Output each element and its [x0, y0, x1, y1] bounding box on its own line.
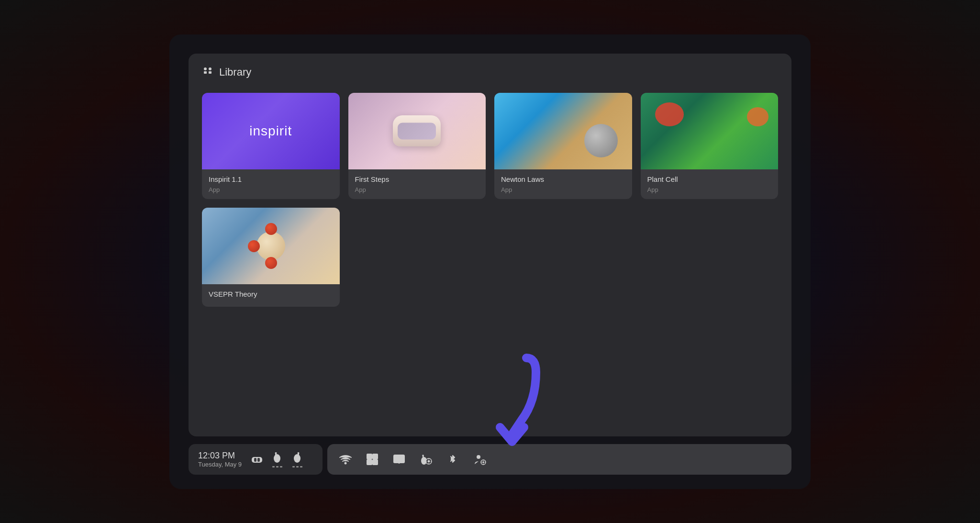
app-card-inspirit[interactable]: inspirit Inspirit 1.1 App [202, 93, 340, 199]
app-card-newton[interactable]: Newton Laws App [494, 93, 632, 199]
app-type-newton: App [501, 186, 625, 193]
app-name-firststeps: First Steps [355, 175, 479, 183]
svg-point-22 [422, 455, 424, 456]
library-title: Library [219, 66, 251, 78]
svg-point-10 [294, 454, 301, 463]
svg-point-9 [275, 452, 277, 454]
vr-headset-shape [393, 115, 441, 146]
svg-point-7 [274, 454, 280, 463]
app-type-inspirit: App [209, 186, 333, 193]
cast-icon[interactable] [392, 453, 406, 466]
app-thumbnail-vsepr [202, 208, 340, 284]
app-name-newton: Newton Laws [501, 175, 625, 183]
taskbar-right [327, 444, 791, 475]
right-controller-dots [292, 466, 302, 467]
taskbar-left: 12:03 PM Tuesday, May 9 [189, 444, 323, 475]
library-header: Library [202, 65, 778, 79]
svg-point-0 [204, 67, 207, 70]
screen-container: Library inspirit Inspirit 1.1 App [169, 34, 811, 489]
left-controller-dots [272, 466, 282, 467]
taskbar-container: 12:03 PM Tuesday, May 9 [189, 444, 791, 475]
library-panel: Library inspirit Inspirit 1.1 App [189, 54, 791, 436]
inspirit-logo-text: inspirit [249, 123, 292, 139]
date-display: Tuesday, May 9 [198, 461, 242, 468]
right-controller-icon [290, 451, 304, 467]
svg-rect-15 [373, 454, 378, 459]
svg-rect-2 [204, 71, 207, 74]
svg-point-25 [477, 455, 480, 459]
svg-point-24 [428, 460, 430, 462]
user-settings-icon[interactable] [473, 453, 486, 466]
svg-point-19 [398, 462, 400, 464]
app-info-vsepr: VSEPR Theory [202, 284, 340, 307]
controller-settings-icon[interactable] [419, 453, 433, 466]
app-type-firststeps: App [355, 186, 479, 193]
app-thumbnail-newton [494, 93, 632, 169]
library-icon [202, 65, 213, 79]
app-info-plantcell: Plant Cell App [641, 169, 779, 199]
left-controller-icon [270, 451, 284, 467]
apps-row2: VSEPR Theory [202, 208, 778, 307]
apps-row1: inspirit Inspirit 1.1 App First Steps Ap… [202, 93, 778, 199]
grid-icon[interactable] [366, 453, 379, 466]
svg-rect-4 [252, 457, 262, 463]
app-thumbnail-inspirit: inspirit [202, 93, 340, 169]
svg-point-1 [209, 67, 212, 70]
vr-headset-icon [250, 453, 264, 466]
app-card-vsepr[interactable]: VSEPR Theory [202, 208, 340, 307]
app-thumbnail-firststeps [348, 93, 486, 169]
svg-point-12 [298, 452, 300, 454]
svg-rect-14 [367, 454, 372, 459]
app-name-inspirit: Inspirit 1.1 [209, 175, 333, 183]
plant-blob1 [655, 102, 684, 126]
vsepr-atom-1 [265, 223, 277, 235]
vsepr-atom-2 [265, 257, 277, 269]
svg-rect-6 [257, 458, 260, 462]
app-info-newton: Newton Laws App [494, 169, 632, 199]
plant-blob2 [747, 107, 768, 126]
time-display: 12:03 PM [198, 451, 242, 461]
app-name-plantcell: Plant Cell [647, 175, 772, 183]
time-block: 12:03 PM Tuesday, May 9 [198, 451, 242, 468]
svg-rect-3 [209, 71, 212, 74]
app-card-firststeps[interactable]: First Steps App [348, 93, 486, 199]
vsepr-atom-3 [248, 240, 260, 252]
svg-rect-16 [367, 460, 372, 465]
newton-ball [584, 124, 618, 157]
bluetooth-icon[interactable] [446, 453, 459, 466]
svg-rect-17 [373, 460, 378, 465]
app-info-firststeps: First Steps App [348, 169, 486, 199]
app-info-inspirit: Inspirit 1.1 App [202, 169, 340, 199]
vsepr-center [256, 232, 285, 260]
app-type-plantcell: App [647, 186, 772, 193]
svg-point-13 [345, 462, 346, 464]
wifi-icon[interactable] [339, 453, 352, 466]
app-thumbnail-plantcell [641, 93, 779, 169]
svg-point-27 [482, 461, 484, 463]
app-card-plantcell[interactable]: Plant Cell App [641, 93, 779, 199]
controller-icons [250, 451, 304, 467]
app-name-vsepr: VSEPR Theory [209, 290, 333, 298]
svg-rect-5 [254, 458, 256, 462]
